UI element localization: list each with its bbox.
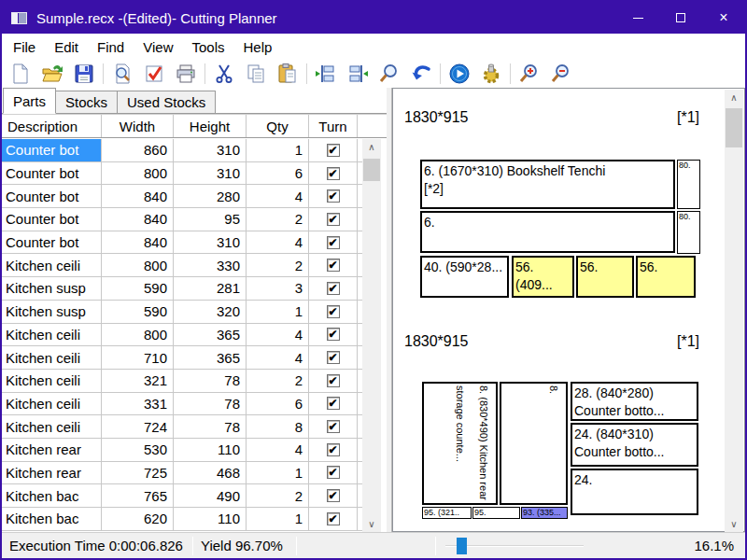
scrollbar-thumb[interactable] [363,159,380,181]
cell-width[interactable]: 725 [102,462,174,484]
cell-height[interactable]: 78 [174,393,247,415]
scroll-up-icon[interactable]: ∧ [362,139,381,155]
cell-turn[interactable]: ✔ [309,346,358,369]
cell-height[interactable]: 490 [174,484,247,507]
cell-turn[interactable]: ✔ [309,415,358,438]
cell-turn[interactable]: ✔ [309,484,358,507]
cell-turn[interactable]: ✔ [309,324,358,346]
search-button[interactable] [374,61,405,87]
cell-qty[interactable]: 8 [247,415,309,438]
cell-description[interactable]: Counter bot [2,162,102,185]
turn-checkbox[interactable]: ✔ [327,282,340,295]
cell-description[interactable]: Counter bot [2,185,102,207]
diagram-part[interactable]: 95. [472,507,520,519]
cell-width[interactable]: 765 [102,484,174,507]
table-row[interactable]: Kitchen ceili 800 330 2 ✔ [2,254,362,277]
zoom-slider[interactable] [445,537,584,555]
cell-width[interactable]: 800 [102,162,174,185]
menu-file[interactable]: File [4,35,45,59]
cell-description[interactable]: Kitchen rear [2,462,102,484]
diagram-part[interactable]: 6. (1670*310) Bookshelf Tenchi [*2] [420,160,675,209]
diagram-part[interactable]: 24. [571,469,698,515]
cell-height[interactable]: 310 [174,139,247,161]
cell-width[interactable]: 800 [102,324,174,346]
maximize-button[interactable] [659,2,702,34]
header-width[interactable]: Width [102,115,174,137]
turn-checkbox[interactable]: ✔ [327,397,340,410]
cell-qty[interactable]: 1 [247,139,309,161]
diagram-part[interactable]: 24. (840*310) Counter botto... [571,423,698,467]
cell-turn[interactable]: ✔ [309,439,358,461]
turn-checkbox[interactable]: ✔ [327,259,340,272]
table-row[interactable]: Kitchen ceili 321 78 2 ✔ [2,370,362,393]
cell-width[interactable]: 860 [102,139,174,161]
cell-height[interactable]: 310 [174,231,247,254]
undo-button[interactable] [405,61,437,87]
diagram-part[interactable]: 8. [500,382,568,505]
diagram-part[interactable]: 80. [677,211,700,254]
new-document-button[interactable] [5,61,36,87]
run-button[interactable] [444,61,475,87]
cell-turn[interactable]: ✔ [309,277,358,300]
diagram-part[interactable]: 8. (830*490) Kitchen rear storage counte… [422,382,498,505]
cell-height[interactable]: 320 [174,301,247,323]
copy-button[interactable] [240,61,272,87]
scroll-down-icon[interactable]: ∨ [725,516,743,532]
cell-description[interactable]: Kitchen susp [2,277,102,300]
diagram-part[interactable]: 40. (590*28... [420,256,509,298]
table-row[interactable]: Counter bot 860 310 1 ✔ [2,139,362,162]
table-row[interactable]: Counter bot 840 310 4 ✔ [2,231,362,255]
turn-checkbox[interactable]: ✔ [327,328,340,341]
cell-qty[interactable]: 2 [247,484,309,507]
cell-qty[interactable]: 1 [247,462,309,484]
cell-width[interactable]: 840 [102,208,174,231]
cell-turn[interactable]: ✔ [309,208,358,231]
cell-qty[interactable]: 4 [247,346,309,369]
turn-checkbox[interactable]: ✔ [327,213,340,226]
menu-tools[interactable]: Tools [182,35,233,59]
turn-checkbox[interactable]: ✔ [327,167,340,180]
cell-description[interactable]: Counter bot [2,231,102,254]
cell-turn[interactable]: ✔ [309,162,358,185]
cell-description[interactable]: Kitchen ceili [2,324,102,346]
cell-description[interactable]: Kitchen rear [2,439,102,461]
slider-handle[interactable] [457,538,467,554]
diagram-part[interactable]: 56. [576,256,634,298]
cell-description[interactable]: Kitchen ceili [2,415,102,438]
move-left-button[interactable] [310,61,342,87]
settings-button[interactable] [475,61,507,87]
print-button[interactable] [170,61,202,87]
table-row[interactable]: Kitchen rear 530 110 4 ✔ [2,439,362,462]
cell-turn[interactable]: ✔ [309,370,358,392]
cell-qty[interactable]: 6 [247,162,309,185]
cell-height[interactable]: 330 [174,254,247,276]
table-row[interactable]: Kitchen ceili 710 365 4 ✔ [2,346,362,370]
cell-qty[interactable]: 4 [247,185,309,207]
cell-width[interactable]: 724 [102,415,174,438]
cell-height[interactable]: 281 [174,277,247,300]
cell-width[interactable]: 530 [102,439,174,461]
cell-description[interactable]: Counter bot [2,208,102,231]
table-row[interactable]: Kitchen ceili 331 78 6 ✔ [2,393,362,416]
cell-height[interactable]: 78 [174,370,247,392]
tab-stocks[interactable]: Stocks [55,91,118,113]
minimize-button[interactable] [616,2,659,34]
cell-width[interactable]: 331 [102,393,174,415]
header-qty[interactable]: Qty [247,115,309,137]
turn-checkbox[interactable]: ✔ [327,189,340,203]
scroll-down-icon[interactable]: ∨ [362,516,381,532]
table-row[interactable]: Kitchen ceili 724 78 8 ✔ [2,415,362,439]
scroll-up-icon[interactable]: ∧ [725,90,743,105]
scrollbar-thumb[interactable] [726,108,742,147]
diagram-part[interactable]: 6. [420,211,675,253]
cell-turn[interactable]: ✔ [309,185,358,207]
cell-description[interactable]: Kitchen bac [2,508,102,530]
zoom-in-button[interactable] [514,61,545,87]
cell-description[interactable]: Counter bot [2,139,102,161]
cell-qty[interactable]: 1 [247,508,309,530]
cell-width[interactable]: 840 [102,185,174,207]
menu-help[interactable]: Help [234,35,282,59]
cell-description[interactable]: Kitchen susp [2,301,102,323]
header-description[interactable]: Description [2,115,102,137]
validate-document-button[interactable] [138,61,170,87]
